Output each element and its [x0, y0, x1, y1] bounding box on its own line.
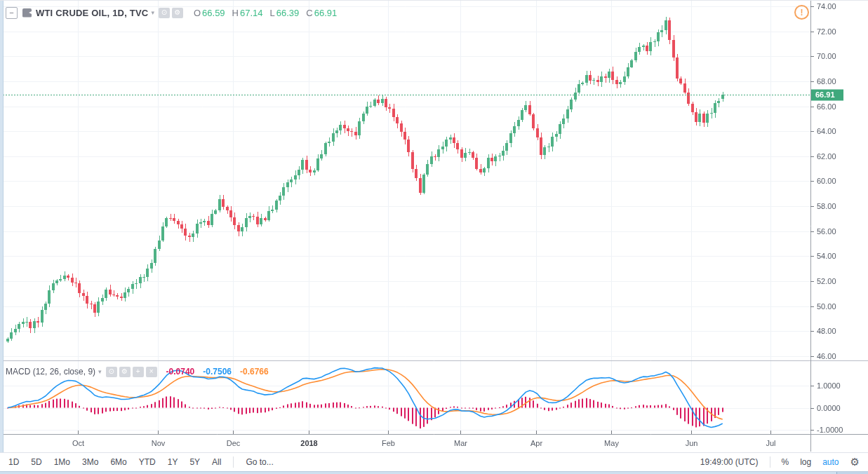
clock-utc-label[interactable]: 19:49:00 (UTC)	[700, 457, 759, 467]
bottom-toolbar: 1D 5D 1Mo 3Mo 6Mo YTD 1Y 5Y All Go to...…	[0, 452, 868, 471]
range-button-1mo[interactable]: 1Mo	[54, 457, 70, 467]
low-value: 66.39	[276, 8, 300, 18]
range-button-1y[interactable]: 1Y	[168, 457, 178, 467]
macd-signal-value: -0.6766	[240, 367, 269, 377]
chart-settings-gear-icon[interactable]: ⚙	[850, 456, 860, 468]
toolbar-right-group: 19:49:00 (UTC) % log auto ⚙	[700, 456, 860, 468]
macd-settings-gear-icon[interactable]: ⚙	[119, 367, 131, 377]
range-button-6mo[interactable]: 6Mo	[110, 457, 126, 467]
market-status-icon	[22, 8, 32, 18]
high-label: H	[232, 8, 239, 18]
macd-chevron-down-icon[interactable]: ▾	[98, 368, 102, 375]
macd-legend: MACD (12, 26, close, 9) ▾ ⊙ ⚙ + × -0.074…	[6, 365, 277, 379]
log-scale-button[interactable]: log	[800, 457, 811, 467]
alert-exclamation-icon[interactable]: !	[794, 5, 809, 20]
collapse-pane-icon[interactable]: −	[6, 7, 18, 19]
toggle-visibility-icon[interactable]: ⊙	[159, 8, 170, 18]
range-buttons: 1D 5D 1Mo 3Mo 6Mo YTD 1Y 5Y All Go to...	[8, 456, 274, 468]
price-chart-canvas[interactable]	[0, 1, 868, 452]
time-axis[interactable]	[0, 435, 810, 452]
symbol-title[interactable]: WTI CRUDE OIL, 1D, TVC	[36, 8, 148, 18]
range-button-5y[interactable]: 5Y	[189, 457, 200, 467]
settings-gear-icon[interactable]: ⚙	[172, 8, 183, 18]
open-value: 66.59	[202, 8, 225, 18]
tradingview-chart-window: − WTI CRUDE OIL, 1D, TVC ▾ ⊙ ⚙ O66.59 H6…	[0, 0, 868, 474]
range-button-all[interactable]: All	[212, 457, 221, 467]
range-button-ytd[interactable]: YTD	[139, 457, 156, 467]
macd-visibility-icon[interactable]: ⊙	[106, 367, 117, 377]
symbol-legend: − WTI CRUDE OIL, 1D, TVC ▾ ⊙ ⚙ O66.59 H6…	[6, 6, 344, 20]
macd-title[interactable]: MACD (12, 26, close, 9)	[6, 367, 95, 377]
toolbar-divider	[233, 456, 234, 468]
macd-histogram-value: -0.0740	[166, 367, 195, 377]
price-axis[interactable]	[811, 1, 868, 434]
macd-close-icon[interactable]: ×	[146, 367, 157, 377]
high-value: 67.14	[240, 8, 263, 18]
low-label: L	[270, 8, 275, 18]
macd-values: -0.0740 -0.7506 -0.6766	[166, 367, 277, 377]
toolbar-divider-right	[770, 456, 770, 468]
range-button-5d[interactable]: 5D	[31, 457, 41, 467]
auto-scale-button[interactable]: auto	[822, 457, 839, 467]
macd-add-icon[interactable]: +	[133, 367, 144, 377]
horizontal-scrollbar[interactable]	[0, 471, 868, 474]
chevron-down-icon[interactable]: ▾	[151, 9, 154, 16]
percent-scale-button[interactable]: %	[782, 457, 789, 467]
left-panel-edge[interactable]	[0, 1, 4, 474]
goto-date-button[interactable]: Go to...	[246, 457, 273, 467]
ohlc-values: O66.59 H67.14 L66.39 C66.91	[194, 8, 344, 18]
range-button-1d[interactable]: 1D	[8, 457, 19, 467]
macd-line-value: -0.7506	[203, 367, 232, 377]
close-label: C	[306, 8, 312, 18]
close-value: 66.91	[314, 8, 338, 18]
open-label: O	[194, 8, 201, 18]
range-button-3mo[interactable]: 3Mo	[82, 457, 98, 467]
